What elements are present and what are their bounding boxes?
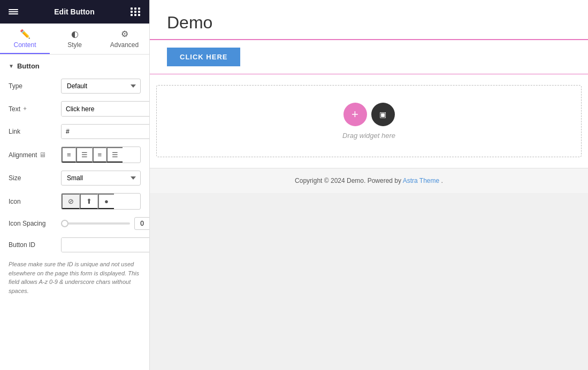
icon-after-button[interactable]: ●	[98, 194, 114, 209]
footer-text: Copyright © 2024 Demo. Powered by	[295, 177, 403, 184]
main-content: Demo CLICK HERE + ▣ Drag widget here Cop…	[150, 0, 588, 370]
panel-title: Edit Button	[54, 7, 94, 16]
grid-menu[interactable]	[131, 7, 141, 16]
tabs-row: ✏️ Content ◐ Style ⚙ Advanced	[0, 24, 149, 55]
align-left-button[interactable]: ≡	[62, 147, 76, 163]
button-container: CLICK HERE	[150, 40, 588, 74]
align-justify-button[interactable]: ☰	[106, 147, 123, 163]
page-wrapper: Demo CLICK HERE + ▣ Drag widget here Cop…	[150, 0, 588, 193]
button-id-field-row: Button ID ≡	[9, 237, 141, 252]
text-control: ≡	[61, 101, 149, 117]
size-control: Default Small Medium Large	[61, 171, 141, 186]
alignment-control: ≡ ☰ ≡ ☰	[61, 147, 141, 163]
text-input-wrapper: ≡	[61, 101, 149, 117]
monitor-icon[interactable]: 🖥	[39, 151, 46, 159]
page-title-area: Demo	[150, 0, 588, 39]
icon-spacing-control	[61, 217, 149, 230]
text-field-row: Text ✦ ≡	[9, 101, 141, 117]
tab-advanced-label: Advanced	[110, 41, 139, 49]
icon-spacing-field-row: Icon Spacing	[9, 217, 141, 230]
button-id-note: Please make sure the ID is unique and no…	[9, 260, 141, 295]
slider-row	[61, 217, 149, 230]
advanced-icon: ⚙	[121, 29, 128, 39]
style-icon: ◐	[71, 29, 79, 39]
demo-button[interactable]: CLICK HERE	[167, 48, 240, 66]
icon-spacing-label: Icon Spacing	[9, 220, 57, 227]
top-bar: Edit Button	[0, 0, 149, 24]
icon-spacing-slider[interactable]	[61, 222, 130, 225]
link-input-wrapper: ⚙ ≡	[61, 124, 149, 139]
section-title: Button	[17, 62, 40, 70]
section-button: ▼ Button	[9, 62, 141, 70]
link-label: Link	[9, 128, 57, 135]
link-input[interactable]	[62, 125, 149, 138]
drag-widget-area: + ▣ Drag widget here	[156, 85, 582, 157]
size-select[interactable]: Default Small Medium Large	[61, 171, 141, 186]
button-id-label: Button ID	[9, 241, 57, 249]
tab-style-label: Style	[67, 41, 82, 49]
icon-label: Icon	[9, 198, 57, 205]
bottom-highlight-bar	[150, 74, 588, 74]
type-select[interactable]: Default Info Success Warning Danger	[61, 79, 141, 94]
size-label: Size	[9, 174, 57, 182]
icon-none-button[interactable]: ⊘	[62, 194, 80, 209]
tab-content-label: Content	[13, 41, 36, 49]
page-title: Demo	[167, 13, 571, 33]
align-right-button[interactable]: ≡	[93, 147, 107, 163]
alignment-label: Alignment 🖥	[9, 151, 57, 159]
icon-before-button[interactable]: ⬆	[80, 194, 98, 209]
button-id-input-wrapper: ≡	[61, 237, 149, 252]
type-field-row: Type Default Info Success Warning Danger	[9, 79, 141, 94]
panel-content: ▼ Button Type Default Info Success Warni…	[0, 55, 149, 370]
tab-style[interactable]: ◐ Style	[50, 24, 100, 54]
type-control: Default Info Success Warning Danger	[61, 79, 141, 94]
tab-advanced[interactable]: ⚙ Advanced	[100, 24, 149, 54]
button-id-input[interactable]	[62, 238, 149, 252]
footer-link[interactable]: Astra Theme	[403, 177, 439, 184]
link-field-row: Link ⚙ ≡	[9, 124, 141, 139]
size-field-row: Size Default Small Medium Large	[9, 171, 141, 186]
icon-position-buttons: ⊘ ⬆ ●	[61, 193, 141, 210]
icon-control: ⊘ ⬆ ●	[61, 193, 141, 210]
tab-content[interactable]: ✏️ Content	[0, 24, 50, 54]
icon-spacing-number[interactable]	[134, 217, 149, 230]
hamburger-menu[interactable]	[9, 8, 18, 16]
section-chevron[interactable]: ▼	[9, 63, 14, 69]
add-widget-button[interactable]: +	[343, 103, 367, 126]
type-label: Type	[9, 82, 57, 90]
button-id-control: ≡	[61, 237, 149, 252]
content-icon: ✏️	[20, 29, 30, 39]
text-input[interactable]	[62, 102, 149, 116]
alignment-field-row: Alignment 🖥 ≡ ☰ ≡ ☰	[9, 147, 141, 163]
align-buttons: ≡ ☰ ≡ ☰	[61, 147, 141, 163]
drag-icons-row: + ▣	[343, 103, 395, 126]
left-panel: Edit Button ✏️ Content ◐ Style ⚙ Advance…	[0, 0, 150, 370]
page-footer: Copyright © 2024 Demo. Powered by Astra …	[150, 168, 588, 193]
widget-menu-button[interactable]: ▣	[371, 103, 395, 126]
link-control: ⚙ ≡	[61, 124, 149, 139]
footer-period: .	[441, 177, 443, 184]
footer-gray-area	[150, 193, 588, 370]
align-center-button[interactable]: ☰	[76, 147, 93, 163]
icon-field-row: Icon ⊘ ⬆ ●	[9, 193, 141, 210]
text-label: Text ✦	[9, 105, 57, 113]
dynamic-icon[interactable]: ✦	[22, 105, 27, 112]
button-section: CLICK HERE	[150, 39, 588, 74]
drag-widget-text: Drag widget here	[342, 132, 395, 140]
